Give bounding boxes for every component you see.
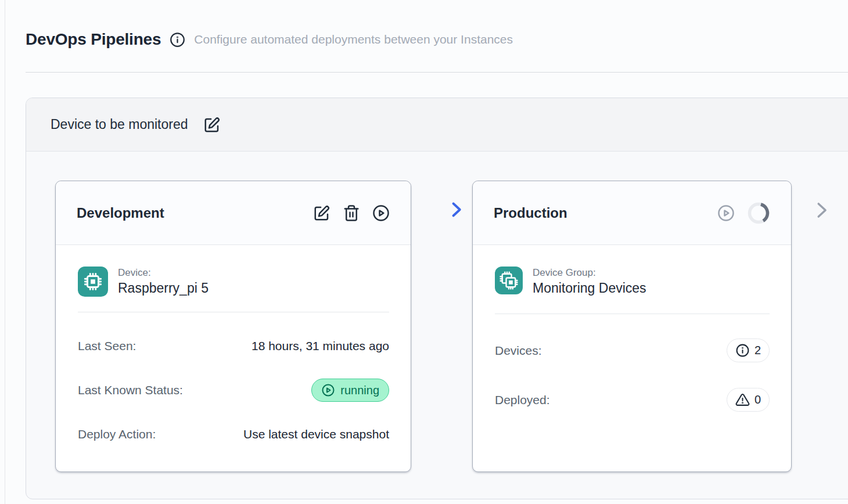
devices-count-badge[interactable]: 2	[727, 339, 770, 362]
stage-title: Development	[77, 205, 313, 221]
pipeline-panel-header: Device to be monitored	[26, 98, 848, 152]
pipeline-stages: Development	[26, 152, 848, 499]
info-circle-icon	[735, 343, 750, 358]
status-row: Last Known Status: running	[78, 379, 389, 402]
page-subtitle: Configure automated deployments between …	[194, 33, 513, 46]
stage-flow-chevron-icon	[445, 199, 466, 222]
deployed-count-badge[interactable]: 0	[727, 388, 770, 412]
last-seen-value: 18 hours, 31 minutes ago	[251, 339, 389, 353]
run-stage-disabled-icon	[717, 204, 735, 222]
page-title: DevOps Pipelines	[26, 30, 161, 49]
last-seen-row: Last Seen: 18 hours, 31 minutes ago	[78, 339, 389, 353]
stage-card-production: Production	[472, 181, 792, 472]
stage-card-development: Development	[55, 181, 411, 472]
deployed-row: Deployed: 0	[495, 388, 770, 412]
deploy-action-row: Deploy Action: Use latest device snapsho…	[78, 427, 389, 441]
device-name: Raspberry_pi 5	[118, 280, 209, 296]
production-card-header: Production	[473, 181, 791, 245]
play-circle-icon	[321, 383, 335, 397]
edit-stage-icon[interactable]	[313, 204, 330, 222]
edit-pipeline-icon[interactable]	[203, 116, 221, 134]
info-icon[interactable]	[170, 32, 185, 48]
production-card-body: Device Group: Monitoring Devices Devices…	[473, 245, 791, 412]
chip-icon	[78, 267, 108, 297]
card-body-divider	[495, 314, 770, 314]
deploy-action-value: Use latest device snapshot	[243, 427, 389, 441]
devices-row: Devices: 2	[495, 339, 770, 362]
pipeline-name: Device to be monitored	[51, 117, 188, 132]
status-label: Last Known Status:	[78, 383, 183, 397]
run-stage-icon[interactable]	[372, 204, 390, 222]
devices-count: 2	[754, 344, 761, 357]
status-badge-text: running	[340, 384, 379, 397]
deployed-count: 0	[754, 393, 761, 406]
device-group-label: Device Group:	[533, 267, 646, 279]
delete-stage-icon[interactable]	[343, 204, 360, 222]
device-group-row: Device Group: Monitoring Devices	[495, 267, 770, 296]
pipeline-panel: Device to be monitored Development	[26, 98, 848, 499]
devices-label: Devices:	[495, 344, 542, 358]
card-body-divider	[78, 312, 389, 312]
left-edge-divider	[5, 0, 5, 504]
warning-triangle-icon	[735, 393, 750, 407]
device-label: Device:	[118, 267, 209, 279]
scroll-right-chevron-icon[interactable]	[810, 199, 832, 223]
page-header: DevOps Pipelines Configure automated dep…	[26, 30, 513, 49]
chip-group-icon	[495, 267, 523, 294]
deploy-action-label: Deploy Action:	[78, 427, 156, 441]
loading-spinner-icon	[747, 201, 770, 225]
device-row: Device: Raspberry_pi 5	[78, 267, 389, 297]
header-divider	[26, 72, 848, 73]
device-group-name: Monitoring Devices	[533, 280, 646, 296]
development-card-body: Device: Raspberry_pi 5 Last Seen: 18 hou…	[56, 245, 411, 441]
device-meta: Device: Raspberry_pi 5	[118, 267, 209, 296]
development-actions	[313, 204, 390, 222]
production-actions	[717, 201, 770, 225]
deployed-label: Deployed:	[495, 393, 550, 407]
device-group-meta: Device Group: Monitoring Devices	[533, 267, 646, 296]
last-seen-label: Last Seen:	[78, 339, 136, 353]
stage-title: Production	[494, 205, 717, 221]
development-card-header: Development	[56, 181, 411, 245]
status-badge: running	[311, 379, 389, 402]
